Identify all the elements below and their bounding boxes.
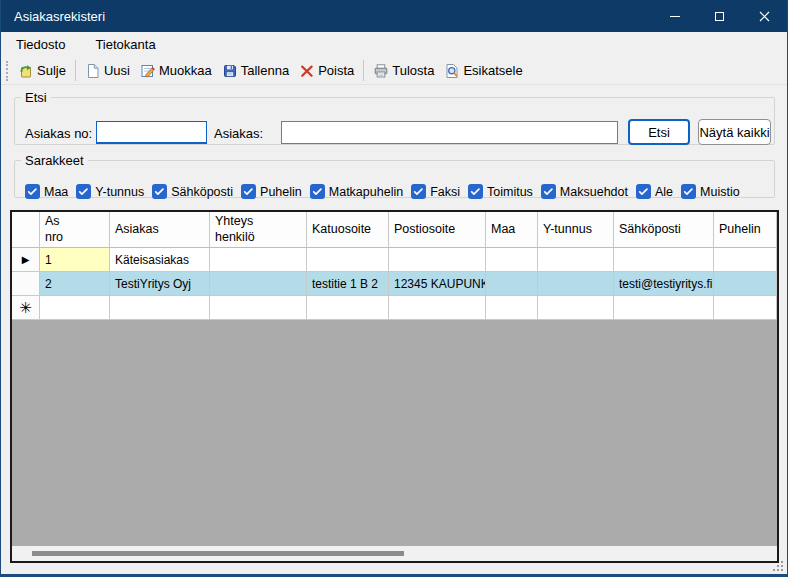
row-selector[interactable] bbox=[12, 272, 40, 296]
grid-row: 2TestiYritys Oyjtestitie 1 B 212345 KAUP… bbox=[12, 272, 777, 296]
checkbox-checked-icon bbox=[310, 184, 325, 199]
grid-column-header[interactable]: Asiakas bbox=[110, 212, 210, 248]
column-toggle-maa[interactable]: Maa bbox=[25, 184, 68, 199]
checkbox-checked-icon bbox=[468, 184, 483, 199]
print-button[interactable]: Tulosta bbox=[368, 61, 439, 81]
grid-empty-area bbox=[12, 320, 777, 546]
print-preview-button[interactable]: Esikatsele bbox=[439, 61, 527, 81]
checkbox-label: Toimitus bbox=[487, 185, 533, 199]
grid-column-header[interactable]: Maa bbox=[486, 212, 538, 248]
column-toggle-ale[interactable]: Ale bbox=[636, 184, 673, 199]
show-all-button[interactable]: Näytä kaikki bbox=[698, 119, 771, 145]
grid-cell[interactable] bbox=[714, 248, 777, 272]
column-toggle-muistio[interactable]: Muistio bbox=[681, 184, 740, 199]
grid-column-header[interactable]: Y-tunnus bbox=[538, 212, 614, 248]
columns-groupbox-legend: Sarakkeet bbox=[21, 153, 88, 168]
current-row-indicator[interactable]: ▶ bbox=[12, 248, 40, 272]
grid-cell[interactable]: 1 bbox=[40, 248, 110, 272]
checkbox-label: Maksuehdot bbox=[560, 185, 628, 199]
grid-cell[interactable] bbox=[714, 272, 777, 296]
minimize-button[interactable] bbox=[652, 0, 697, 32]
grid-column-header[interactable]: Yhteys henkilö bbox=[210, 212, 307, 248]
search-button[interactable]: Etsi bbox=[628, 119, 690, 145]
grid-cell[interactable] bbox=[40, 296, 110, 320]
checkbox-checked-icon bbox=[241, 184, 256, 199]
checkbox-checked-icon bbox=[411, 184, 426, 199]
edit-button[interactable]: Muokkaa bbox=[135, 61, 217, 81]
column-toggle-matkapuhelin[interactable]: Matkapuhelin bbox=[310, 184, 403, 199]
grid-cell[interactable] bbox=[714, 296, 777, 320]
grid-new-row: ✳ bbox=[12, 296, 777, 320]
title-bar: Asiakasrekisteri bbox=[1, 0, 787, 32]
grid-cell[interactable] bbox=[614, 296, 714, 320]
grid-cell[interactable] bbox=[210, 272, 307, 296]
app-window: Asiakasrekisteri Tiedosto Tietokanta Sul… bbox=[0, 0, 788, 577]
grid-cell[interactable] bbox=[307, 248, 389, 272]
toolbar-gripper[interactable] bbox=[6, 61, 8, 81]
close-button[interactable] bbox=[742, 0, 787, 32]
checkbox-label: Maa bbox=[44, 185, 68, 199]
grid-cell[interactable]: testi@testiyritys.fi bbox=[614, 272, 714, 296]
grid-cell[interactable] bbox=[486, 296, 538, 320]
close-form-icon bbox=[18, 63, 34, 79]
customer-name-input[interactable] bbox=[281, 121, 618, 144]
save-button[interactable]: Tallenna bbox=[217, 61, 294, 81]
grid-column-header[interactable]: Katuosoite bbox=[307, 212, 389, 248]
edit-icon bbox=[140, 63, 156, 79]
grid-cell[interactable]: Käteisasiakas bbox=[110, 248, 210, 272]
grid-cell[interactable] bbox=[210, 296, 307, 320]
resize-grip-icon[interactable] bbox=[773, 561, 784, 572]
grid-column-header[interactable]: As nro bbox=[40, 212, 110, 248]
grid-cell[interactable] bbox=[538, 248, 614, 272]
toolbar-separator bbox=[363, 60, 364, 81]
grid-cell[interactable]: 12345 KAUPUNKI bbox=[389, 272, 486, 296]
close-form-button[interactable]: Sulje bbox=[13, 61, 71, 81]
horizontal-scrollbar-thumb[interactable] bbox=[32, 551, 404, 556]
grid-cell[interactable] bbox=[110, 296, 210, 320]
column-toggle-faksi[interactable]: Faksi bbox=[411, 184, 460, 199]
column-toggle-toimitus[interactable]: Toimitus bbox=[468, 184, 533, 199]
grid-row: ▶1Käteisasiakas bbox=[12, 248, 777, 272]
grid-cell[interactable] bbox=[486, 248, 538, 272]
grid-cell[interactable] bbox=[614, 248, 714, 272]
checkbox-label: Sähköposti bbox=[171, 185, 233, 199]
column-toggle-y-tunnus[interactable]: Y-tunnus bbox=[76, 184, 144, 199]
grid-cell[interactable] bbox=[486, 272, 538, 296]
new-button[interactable]: Uusi bbox=[80, 61, 135, 81]
checkbox-checked-icon bbox=[681, 184, 696, 199]
grid-corner-header[interactable] bbox=[12, 212, 40, 248]
grid-rows: ▶1Käteisasiakas2TestiYritys Oyjtestitie … bbox=[12, 248, 777, 320]
toolbar-label: Tulosta bbox=[392, 63, 434, 78]
customer-no-label: Asiakas no: bbox=[25, 126, 92, 141]
delete-button[interactable]: Poista bbox=[294, 61, 359, 81]
delete-icon bbox=[299, 63, 315, 79]
checkbox-label: Muistio bbox=[700, 185, 740, 199]
menu-tiedosto[interactable]: Tiedosto bbox=[14, 35, 67, 54]
customer-no-input[interactable] bbox=[96, 121, 207, 144]
grid-cell[interactable] bbox=[389, 296, 486, 320]
grid-column-header[interactable]: Puhelin bbox=[714, 212, 777, 248]
column-toggle-sähköposti[interactable]: Sähköposti bbox=[152, 184, 233, 199]
grid-cell[interactable]: 2 bbox=[40, 272, 110, 296]
columns-groupbox: Sarakkeet MaaY-tunnusSähköpostiPuhelinMa… bbox=[14, 153, 775, 198]
grid-cell[interactable] bbox=[538, 272, 614, 296]
checkbox-checked-icon bbox=[76, 184, 91, 199]
new-row-indicator[interactable]: ✳ bbox=[12, 296, 40, 320]
grid-cell[interactable] bbox=[389, 248, 486, 272]
checkbox-label: Y-tunnus bbox=[95, 185, 144, 199]
grid-cell[interactable]: TestiYritys Oyj bbox=[110, 272, 210, 296]
grid-cell[interactable] bbox=[538, 296, 614, 320]
menu-tietokanta[interactable]: Tietokanta bbox=[93, 35, 157, 54]
print-preview-icon bbox=[444, 63, 460, 79]
maximize-button[interactable] bbox=[697, 0, 742, 32]
grid-column-header[interactable]: Sähköposti bbox=[614, 212, 714, 248]
column-toggle-puhelin[interactable]: Puhelin bbox=[241, 184, 302, 199]
grid-cell[interactable] bbox=[307, 296, 389, 320]
customer-name-label: Asiakas: bbox=[214, 126, 263, 141]
horizontal-scrollbar[interactable] bbox=[12, 546, 777, 561]
grid-cell[interactable]: testitie 1 B 2 bbox=[307, 272, 389, 296]
column-toggle-maksuehdot[interactable]: Maksuehdot bbox=[541, 184, 628, 199]
grid-column-header[interactable]: Postiosoite bbox=[389, 212, 486, 248]
grid-cell[interactable] bbox=[210, 248, 307, 272]
grid-header-row: As nroAsiakasYhteys henkilöKatuosoitePos… bbox=[12, 212, 777, 248]
